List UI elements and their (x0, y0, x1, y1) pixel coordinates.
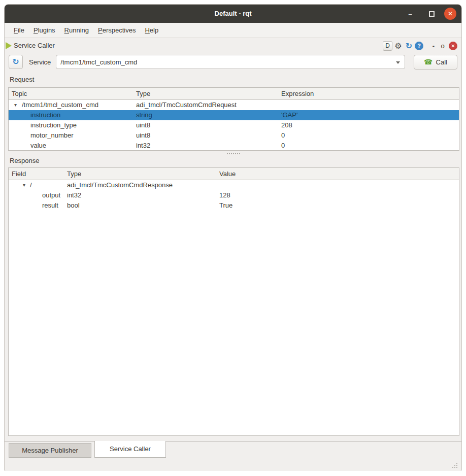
phone-icon: ☎ (424, 58, 432, 65)
refresh-services-button[interactable]: ↻ (9, 55, 23, 69)
request-root-topic: /tmcm1/tmcl_custom_cmd (22, 100, 98, 110)
column-header-field[interactable]: Field (12, 168, 26, 180)
request-row-instruction[interactable]: instruction string 'GAP' (9, 110, 459, 120)
cell-type: int32 (136, 141, 150, 151)
response-table: Field Type Value ▾ / adi_tmcl/TmcCustomC… (8, 167, 459, 436)
service-selector-row: ↻ Service ☎ Call (9, 54, 457, 70)
service-input[interactable] (60, 56, 391, 68)
plugin-title: Service Caller (14, 39, 55, 53)
window-close-button[interactable]: ✕ (444, 8, 456, 20)
cell-topic: instruction (30, 110, 60, 120)
menu-perspectives[interactable]: Perspectives (93, 24, 140, 36)
tab-message-publisher[interactable]: Message Publisher (9, 443, 91, 458)
menu-file[interactable]: File (9, 24, 29, 36)
splitter-grip-icon (233, 153, 234, 154)
dock-close-button[interactable]: ✕ (449, 42, 457, 50)
menu-plugins[interactable]: Plugins (29, 24, 60, 36)
request-section-label: Request (10, 76, 34, 83)
request-row-motor-number[interactable]: motor_number uint8 0 (9, 130, 459, 141)
dock-d-button[interactable]: D (383, 41, 392, 51)
cell-expression[interactable]: 208 (281, 120, 292, 130)
cell-expression[interactable]: 0 (281, 130, 285, 141)
tree-expanded-icon[interactable]: ▾ (23, 180, 25, 190)
cell-expression[interactable]: 'GAP' (281, 110, 297, 120)
cell-field: output (42, 190, 60, 200)
cell-type: bool (67, 200, 80, 211)
window-minimize-button[interactable]: – (400, 10, 421, 18)
cell-type: uint8 (136, 130, 150, 141)
status-bar (5, 458, 461, 471)
chevron-down-icon[interactable] (396, 61, 400, 64)
dock-minimize-button[interactable]: - (429, 42, 438, 50)
request-table: Topic Type Expression ▾ /tmcm1/tmcl_cust… (8, 87, 459, 151)
menu-help[interactable]: Help (140, 24, 163, 36)
tab-bar-line (5, 441, 461, 441)
menu-running[interactable]: Running (60, 24, 93, 36)
cell-topic: instruction_type (30, 120, 77, 130)
column-header-expression[interactable]: Expression (281, 88, 314, 99)
request-root-type: adi_tmcl/TmcCustomCmdRequest (136, 100, 237, 110)
window-controls: – ✕ (400, 5, 459, 23)
resize-grip-icon[interactable] (456, 467, 457, 468)
help-icon[interactable]: ? (415, 42, 423, 50)
cell-type: string (136, 110, 152, 120)
response-root-type: adi_tmcl/TmcCustomCmdResponse (67, 180, 173, 190)
request-root-row[interactable]: ▾ /tmcm1/tmcl_custom_cmd adi_tmcl/TmcCus… (9, 100, 459, 110)
plugin-run-icon (6, 42, 12, 49)
response-row-result[interactable]: result bool True (9, 200, 459, 211)
call-button-label: Call (436, 58, 447, 66)
response-section-label: Response (10, 157, 40, 164)
reload-plugin-icon[interactable]: ↻ (404, 41, 414, 51)
splitter-handle[interactable] (5, 152, 461, 155)
response-table-header: Field Type Value (9, 168, 459, 180)
menu-bar: File Plugins Running Perspectives Help (5, 23, 461, 38)
cell-field: result (42, 200, 58, 211)
cell-value: 128 (219, 190, 230, 200)
window-maximize-button[interactable] (421, 11, 442, 17)
service-label: Service (29, 58, 51, 66)
request-table-header: Topic Type Expression (9, 88, 459, 100)
cell-type: int32 (67, 190, 81, 200)
service-combobox[interactable] (56, 55, 405, 69)
cell-topic: motor_number (30, 130, 74, 141)
tree-expanded-icon[interactable]: ▾ (14, 100, 17, 110)
request-row-instruction-type[interactable]: instruction_type uint8 208 (9, 120, 459, 130)
maximize-icon (429, 11, 435, 17)
column-header-type[interactable]: Type (136, 88, 150, 99)
dock-buttons: D ⚙ ↻ ? - o ✕ (383, 39, 457, 53)
window-titlebar[interactable]: Default - rqt – ✕ (5, 5, 461, 23)
window-title: Default - rqt (5, 5, 461, 23)
column-header-topic[interactable]: Topic (12, 88, 27, 99)
column-header-type[interactable]: Type (67, 168, 81, 180)
dock-float-button[interactable]: o (439, 42, 447, 50)
cell-type: uint8 (136, 120, 150, 130)
response-root-field: / (30, 180, 32, 190)
tab-service-caller[interactable]: Service Caller (94, 441, 166, 458)
gear-icon[interactable]: ⚙ (393, 41, 403, 51)
cell-topic: value (30, 141, 46, 151)
cell-expression[interactable]: 0 (281, 141, 285, 151)
response-row-output[interactable]: output int32 128 (9, 190, 459, 200)
request-row-value[interactable]: value int32 0 (9, 141, 459, 151)
column-header-value[interactable]: Value (219, 168, 236, 180)
cell-value: True (219, 200, 232, 211)
call-button[interactable]: ☎ Call (414, 55, 457, 70)
refresh-icon: ↻ (12, 58, 19, 66)
rqt-window: Default - rqt – ✕ File Plugins Running P… (4, 4, 462, 471)
response-root-row[interactable]: ▾ / adi_tmcl/TmcCustomCmdResponse (9, 180, 459, 190)
plugin-titlebar: Service Caller D ⚙ ↻ ? - o ✕ (9, 39, 457, 53)
